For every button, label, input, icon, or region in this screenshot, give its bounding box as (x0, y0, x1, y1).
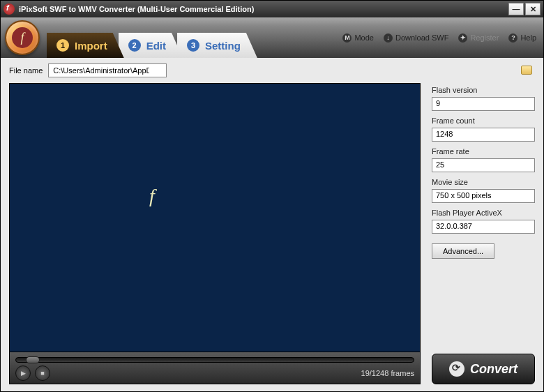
file-row: File name (9, 63, 535, 77)
tab-import[interactable]: 1 Import (47, 33, 124, 58)
tab-label: Edit (146, 40, 166, 52)
movie-size-label: Movie size (432, 178, 535, 186)
seek-thumb[interactable] (26, 356, 40, 363)
preview-pane: f ▶ ■ 19/1248 frames (9, 83, 421, 384)
download-icon: ↓ (384, 33, 393, 43)
preview-area: f (9, 83, 421, 352)
advanced-button[interactable]: Advanced... (432, 243, 494, 259)
window-buttons: — ✕ (508, 3, 541, 15)
app-icon (3, 3, 15, 15)
tab-label: Setting (205, 40, 241, 52)
minimize-button[interactable]: — (508, 3, 524, 15)
flash-version-value: 9 (432, 97, 535, 111)
tab-setting[interactable]: 3 Setting (177, 33, 257, 58)
seek-row (15, 355, 414, 365)
file-label: File name (9, 66, 43, 75)
frame-count-value: 1248 (432, 128, 535, 142)
mode-icon: M (342, 33, 352, 43)
tab-num: 1 (56, 39, 69, 52)
flash-version-label: Flash version (432, 86, 535, 94)
control-row: ▶ ■ 19/1248 frames (15, 365, 414, 381)
stop-button[interactable]: ■ (35, 365, 50, 381)
tab-label: Import (75, 40, 107, 52)
key-icon: ✦ (458, 33, 467, 43)
file-input-wrap (48, 63, 535, 77)
tab-num: 2 (128, 39, 141, 52)
activex-label: Flash Player ActiveX (432, 209, 535, 217)
download-swf-link[interactable]: ↓Download SWF (384, 33, 448, 43)
titlebar: iPixSoft SWF to WMV Converter (Multi-Use… (1, 1, 543, 17)
frame-rate-label: Frame rate (432, 147, 535, 156)
logo-icon: f (5, 20, 40, 55)
close-button[interactable]: ✕ (525, 3, 541, 15)
file-path-input[interactable] (48, 63, 167, 77)
frame-counter: 19/1248 frames (361, 369, 414, 377)
help-icon: ? (508, 33, 517, 43)
tab-edit[interactable]: 2 Edit (119, 33, 183, 58)
header-links: MMode ↓Download SWF ✦Register ?Help (342, 33, 536, 43)
convert-label: Convert (470, 362, 517, 377)
flash-logo-icon: f (149, 185, 155, 207)
help-link[interactable]: ?Help (508, 33, 536, 43)
activex-value: 32.0.0.387 (432, 220, 535, 234)
register-link[interactable]: ✦Register (458, 33, 499, 43)
main-row: f ▶ ■ 19/1248 frames Flash ve (9, 83, 535, 384)
browse-icon[interactable] (521, 66, 532, 75)
play-button[interactable]: ▶ (15, 365, 31, 381)
tabs: 1 Import 2 Edit 3 Setting (47, 17, 252, 58)
mode-link[interactable]: MMode (342, 33, 374, 43)
frame-count-label: Frame count (432, 116, 535, 125)
convert-button[interactable]: Convert (432, 354, 535, 384)
header: f 1 Import 2 Edit 3 Setting MMode ↓Downl… (1, 17, 543, 58)
movie-size-value: 750 x 500 pixels (432, 189, 535, 203)
tab-num: 3 (187, 39, 199, 52)
app-window: iPixSoft SWF to WMV Converter (Multi-Use… (0, 0, 544, 392)
window-title: iPixSoft SWF to WMV Converter (Multi-Use… (19, 5, 254, 13)
frame-rate-value: 25 (432, 158, 535, 172)
player-controls: ▶ ■ 19/1248 frames (9, 352, 421, 384)
seek-bar[interactable] (15, 357, 414, 363)
info-panel: Flash version 9 Frame count 1248 Frame r… (432, 83, 535, 384)
content: File name f ▶ ■ (1, 58, 543, 391)
convert-icon (449, 361, 464, 377)
